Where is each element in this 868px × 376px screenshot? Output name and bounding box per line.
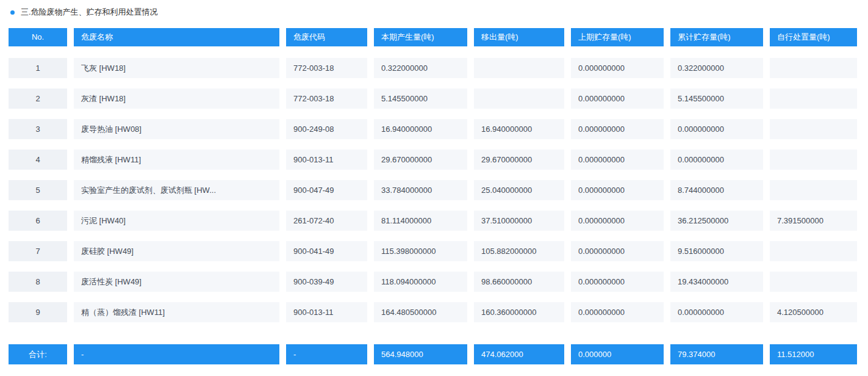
- cell-no: 3: [9, 119, 67, 139]
- cell-code: 900-013-11: [286, 302, 367, 322]
- cell-name: 污泥 [HW40]: [74, 211, 279, 231]
- total-cell-no: 合计:: [9, 344, 67, 364]
- cell-name: 废活性炭 [HW49]: [74, 272, 279, 292]
- cell-produced: 0.322000000: [374, 58, 467, 78]
- cell-no: 2: [9, 89, 67, 109]
- cell-produced: 5.145500000: [374, 89, 467, 109]
- cell-produced: 16.940000000: [374, 119, 467, 139]
- table-total-row: 合计:--564.948000474.0620000.00000079.3740…: [9, 344, 857, 364]
- cell-code: 772-003-18: [286, 58, 367, 78]
- cell-produced: 81.114000000: [374, 211, 467, 231]
- cell-self-disposal: 7.391500000: [770, 211, 857, 231]
- cell-produced: 118.094000000: [374, 272, 467, 292]
- cell-removed: 29.670000000: [474, 150, 564, 170]
- cell-produced: 33.784000000: [374, 180, 467, 200]
- cell-produced: 164.480500000: [374, 302, 467, 322]
- cell-code: 772-003-18: [286, 89, 367, 109]
- cell-cum-storage: 0.000000000: [670, 302, 763, 322]
- cell-no: 5: [9, 180, 67, 200]
- cell-cum-storage: 8.744000000: [670, 180, 763, 200]
- cell-no: 8: [9, 272, 67, 292]
- table-row: 3废导热油 [HW08]900-249-0816.94000000016.940…: [9, 119, 857, 139]
- cell-name: 飞灰 [HW18]: [74, 58, 279, 78]
- cell-self-disposal: [770, 180, 857, 200]
- cell-name: 精馏残液 [HW11]: [74, 150, 279, 170]
- cell-removed: 25.040000000: [474, 180, 564, 200]
- cell-cum-storage: 0.000000000: [670, 119, 763, 139]
- cell-prev-storage: 0.000000000: [571, 119, 664, 139]
- cell-prev-storage: 0.000000000: [571, 180, 664, 200]
- cell-cum-storage: 5.145500000: [670, 89, 763, 109]
- bullet-icon: [10, 10, 15, 15]
- cell-self-disposal: [770, 150, 857, 170]
- cell-self-disposal: [770, 89, 857, 109]
- table-row: 5实验室产生的废试剂、废试剂瓶 [HW...900-047-4933.78400…: [9, 180, 857, 200]
- cell-produced: 29.670000000: [374, 150, 467, 170]
- cell-removed: [474, 58, 564, 78]
- total-cell-name: -: [74, 344, 279, 364]
- hazardous-waste-report-page: 三.危险废物产生、贮存和利用处置情况 No.危废名称危废代码本期产生量(吨)移出…: [0, 0, 868, 376]
- total-cell-code: -: [286, 344, 367, 364]
- cell-self-disposal: [770, 272, 857, 292]
- cell-prev-storage: 0.000000000: [571, 150, 664, 170]
- cell-code: 900-041-49: [286, 241, 367, 261]
- table-row: 1飞灰 [HW18]772-003-180.3220000000.0000000…: [9, 58, 857, 78]
- table-row: 2灰渣 [HW18]772-003-185.1455000000.0000000…: [9, 89, 857, 109]
- cell-cum-storage: 9.516000000: [670, 241, 763, 261]
- column-header-name: 危废名称: [74, 28, 279, 46]
- cell-name: 废导热油 [HW08]: [74, 119, 279, 139]
- cell-name: 实验室产生的废试剂、废试剂瓶 [HW...: [74, 180, 279, 200]
- table-body: 1飞灰 [HW18]772-003-180.3220000000.0000000…: [9, 58, 857, 322]
- cell-self-disposal: [770, 58, 857, 78]
- table-row: 9精（蒸）馏残渣 [HW11]900-013-11164.48050000016…: [9, 302, 857, 322]
- cell-removed: 16.940000000: [474, 119, 564, 139]
- cell-code: 900-047-49: [286, 180, 367, 200]
- cell-prev-storage: 0.000000000: [571, 302, 664, 322]
- cell-cum-storage: 19.434000000: [670, 272, 763, 292]
- cell-removed: 98.660000000: [474, 272, 564, 292]
- cell-removed: 37.510000000: [474, 211, 564, 231]
- cell-no: 9: [9, 302, 67, 322]
- cell-prev-storage: 0.000000000: [571, 89, 664, 109]
- column-header-no: No.: [9, 28, 67, 46]
- cell-produced: 115.398000000: [374, 241, 467, 261]
- column-header-prev-storage: 上期贮存量(吨): [571, 28, 664, 46]
- cell-cum-storage: 0.322000000: [670, 58, 763, 78]
- cell-prev-storage: 0.000000000: [571, 241, 664, 261]
- total-cell-produced: 564.948000: [374, 344, 467, 364]
- table-row: 8废活性炭 [HW49]900-039-49118.09400000098.66…: [9, 272, 857, 292]
- cell-no: 7: [9, 241, 67, 261]
- cell-no: 4: [9, 150, 67, 170]
- cell-removed: [474, 89, 564, 109]
- table-row: 6污泥 [HW40]261-072-4081.11400000037.51000…: [9, 211, 857, 231]
- cell-prev-storage: 0.000000000: [571, 211, 664, 231]
- cell-removed: 105.882000000: [474, 241, 564, 261]
- cell-self-disposal: [770, 119, 857, 139]
- section-title-bar: 三.危险废物产生、贮存和利用处置情况: [0, 0, 868, 18]
- cell-name: 废硅胶 [HW49]: [74, 241, 279, 261]
- cell-cum-storage: 36.212500000: [670, 211, 763, 231]
- cell-prev-storage: 0.000000000: [571, 272, 664, 292]
- cell-code: 261-072-40: [286, 211, 367, 231]
- total-cell-cum-storage: 79.374000: [670, 344, 763, 364]
- table-row: 4精馏残液 [HW11]900-013-1129.67000000029.670…: [9, 150, 857, 170]
- cell-no: 6: [9, 211, 67, 231]
- column-header-removed: 移出量(吨): [474, 28, 564, 46]
- cell-code: 900-249-08: [286, 119, 367, 139]
- cell-name: 灰渣 [HW18]: [74, 89, 279, 109]
- column-header-cum-storage: 累计贮存量(吨): [670, 28, 763, 46]
- cell-self-disposal: [770, 241, 857, 261]
- total-cell-removed: 474.062000: [474, 344, 564, 364]
- section-title: 三.危险废物产生、贮存和利用处置情况: [21, 7, 158, 18]
- cell-removed: 160.360000000: [474, 302, 564, 322]
- cell-code: 900-039-49: [286, 272, 367, 292]
- table-header-row: No.危废名称危废代码本期产生量(吨)移出量(吨)上期贮存量(吨)累计贮存量(吨…: [9, 28, 857, 46]
- table-row: 7废硅胶 [HW49]900-041-49115.398000000105.88…: [9, 241, 857, 261]
- cell-no: 1: [9, 58, 67, 78]
- column-header-code: 危废代码: [286, 28, 367, 46]
- column-header-produced: 本期产生量(吨): [374, 28, 467, 46]
- cell-code: 900-013-11: [286, 150, 367, 170]
- cell-self-disposal: 4.120500000: [770, 302, 857, 322]
- total-cell-prev-storage: 0.000000: [571, 344, 664, 364]
- total-cell-self-disposal: 11.512000: [770, 344, 857, 364]
